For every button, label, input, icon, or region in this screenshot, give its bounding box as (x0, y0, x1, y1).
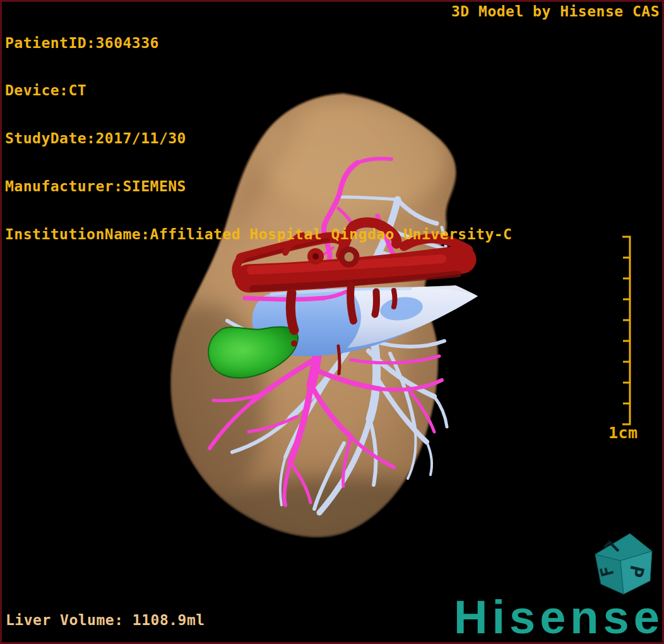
liver-volume-label: Liver Volume: 1108.9ml (6, 612, 205, 628)
ruler-line (622, 237, 630, 424)
patient-id-line: PatientID:3604336 (5, 35, 512, 51)
viewer-screen: PatientID:3604336 Device:CT StudyDate:20… (0, 0, 664, 644)
study-date-line: StudyDate:2017/11/30 (5, 131, 512, 146)
device-line: Device:CT (5, 83, 512, 98)
patient-info: PatientID:3604336 Device:CT StudyDate:20… (5, 3, 512, 275)
institution-line: InstitutionName:Affiliated Hospital Qing… (5, 227, 512, 242)
orientation-cube[interactable]: L F P (587, 528, 658, 601)
scale-ruler (600, 227, 663, 436)
manufacturer-line: Manufacturer:SIEMENS (5, 179, 512, 194)
credit-text: 3D Model by Hisense CAS (451, 3, 660, 20)
hisense-logo: Hisense (454, 594, 664, 641)
scale-label: 1cm (608, 424, 638, 442)
